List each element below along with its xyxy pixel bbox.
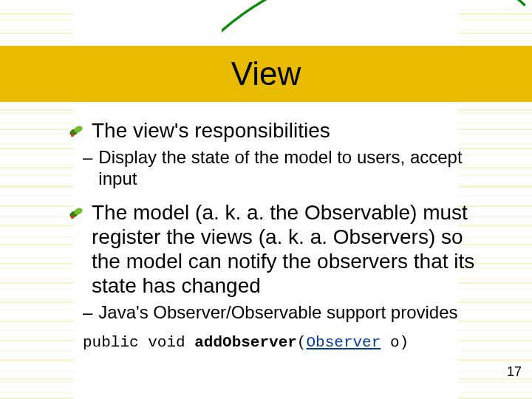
leaf-bullet-icon (68, 123, 84, 139)
sub-bullet-text: Display the state of the model to users,… (98, 147, 488, 190)
leaf-bullet-icon (68, 205, 84, 221)
code-snippet: public void addObserver(Observer o) (83, 334, 488, 351)
code-open-paren: ( (297, 334, 307, 351)
sub-bullet-item: – Java's Observer/Observable support pro… (83, 302, 488, 324)
svg-point-5 (71, 215, 74, 218)
bullet-text: The model (a. k. a. the Observable) must… (92, 200, 488, 298)
bullet-item: The model (a. k. a. the Observable) must… (68, 200, 488, 298)
bullet-text: The view's responsibilities (92, 118, 330, 143)
code-method: addObserver (194, 334, 297, 351)
code-rest: o) (381, 334, 409, 351)
title-band: View (0, 46, 532, 102)
sub-bullet-item: – Display the state of the model to user… (83, 147, 488, 190)
slide-content: The view's responsibilities – Display th… (0, 95, 532, 351)
slide-title: View (231, 55, 301, 92)
code-prefix: public void (83, 334, 194, 351)
bullet-item: The view's responsibilities (68, 118, 488, 143)
svg-point-2 (71, 134, 74, 137)
code-param-type: Observer (306, 334, 381, 351)
dash-icon: – (83, 302, 92, 324)
slide-header: View (0, 0, 532, 95)
sub-bullet-text: Java's Observer/Observable support provi… (98, 302, 457, 324)
dash-icon: – (83, 147, 92, 190)
page-number: 17 (507, 364, 522, 380)
